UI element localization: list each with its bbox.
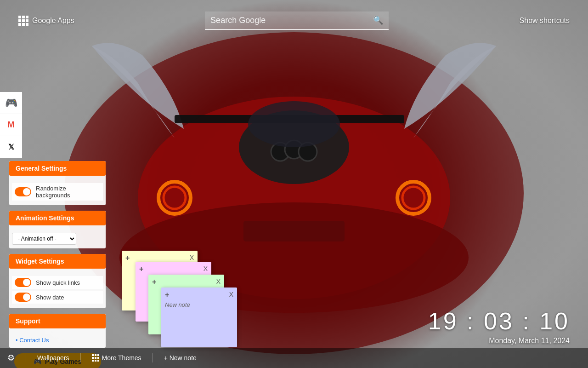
support-header: Support xyxy=(9,314,106,328)
games-sidebar-icon[interactable]: 🎮 xyxy=(0,92,22,114)
divider-3 xyxy=(153,353,153,362)
randomize-row: Randomize backgrounds xyxy=(12,183,103,201)
gear-icon: ⚙ xyxy=(7,353,15,363)
clock-area: 19 : 03 : 10 Monday, March 11, 2024 xyxy=(428,307,570,345)
divider-1 xyxy=(26,353,26,362)
show-date-label: Show date xyxy=(36,294,64,301)
search-input[interactable] xyxy=(210,16,369,25)
note-2-close-btn[interactable]: X xyxy=(204,265,208,273)
google-apps-button[interactable]: Google Apps xyxy=(18,16,74,26)
quick-links-toggle[interactable] xyxy=(15,278,31,287)
divider-2 xyxy=(80,353,81,362)
svg-point-13 xyxy=(248,101,340,147)
google-apps-label: Google Apps xyxy=(32,17,74,25)
note-2-header: + X xyxy=(139,265,208,273)
note-1-header: + X xyxy=(125,254,194,262)
search-bar[interactable]: 🔍 xyxy=(205,12,389,30)
note-3-close-btn[interactable]: X xyxy=(216,278,220,286)
gmail-sidebar-icon[interactable]: M xyxy=(0,114,22,136)
more-themes-label: More Themes xyxy=(102,354,141,362)
more-themes-grid-icon xyxy=(92,354,99,362)
show-date-row: Show date xyxy=(12,291,103,304)
quick-links-label: Show quick links xyxy=(36,279,80,286)
bottom-bar: ⚙ Wallpapers More Themes + New note xyxy=(0,348,588,368)
note-2-add-btn[interactable]: + xyxy=(139,265,143,273)
animation-settings-header: Animation Settings xyxy=(9,211,106,225)
show-shortcuts-button[interactable]: Show shortcuts xyxy=(520,17,570,25)
quick-links-row: Show quick links xyxy=(12,276,103,289)
clock-date: Monday, March 11, 2024 xyxy=(428,337,570,345)
new-note-button[interactable]: + New note xyxy=(164,354,197,362)
general-settings-header: General Settings xyxy=(9,161,106,176)
settings-panel: General Settings Randomize backgrounds A… xyxy=(9,161,106,368)
widget-settings-section: Widget Settings Show quick links Show da… xyxy=(9,254,106,308)
wallpapers-label: Wallpapers xyxy=(37,354,69,362)
wallpapers-button[interactable]: Wallpapers xyxy=(37,354,69,362)
grid-apps-icon xyxy=(18,16,28,26)
topbar: Google Apps 🔍 Show shortcuts xyxy=(0,0,588,41)
note-4-content[interactable]: New note xyxy=(165,301,233,308)
twitter-sidebar-icon[interactable]: 𝕏 xyxy=(0,136,22,158)
note-3-add-btn[interactable]: + xyxy=(152,278,156,286)
note-1-add-btn[interactable]: + xyxy=(125,254,130,262)
note-4-header: + X xyxy=(165,291,233,299)
widget-settings-header: Widget Settings xyxy=(9,254,106,269)
support-section: Support Contact Us xyxy=(9,314,106,348)
randomize-toggle[interactable] xyxy=(15,187,31,196)
randomize-label: Randomize backgrounds xyxy=(36,185,100,199)
clock-time: 19 : 03 : 10 xyxy=(428,307,570,335)
note-3-header: + X xyxy=(152,278,220,286)
sidebar-icons: 🎮 M 𝕏 xyxy=(0,92,22,158)
show-date-toggle[interactable] xyxy=(15,293,31,302)
search-icon[interactable]: 🔍 xyxy=(373,15,383,25)
note-1-close-btn[interactable]: X xyxy=(190,254,194,262)
sticky-note-4: + X New note xyxy=(161,288,237,347)
more-themes-button[interactable]: More Themes xyxy=(92,354,141,362)
general-settings-section: General Settings Randomize backgrounds xyxy=(9,161,106,205)
note-4-close-btn[interactable]: X xyxy=(229,291,233,299)
note-4-add-btn[interactable]: + xyxy=(165,291,169,299)
animation-settings-section: Animation Settings - Animation off - xyxy=(9,211,106,248)
contact-us-link[interactable]: Contact Us xyxy=(16,337,49,344)
animation-select[interactable]: - Animation off - xyxy=(12,233,76,245)
settings-gear-button[interactable]: ⚙ xyxy=(7,353,15,363)
